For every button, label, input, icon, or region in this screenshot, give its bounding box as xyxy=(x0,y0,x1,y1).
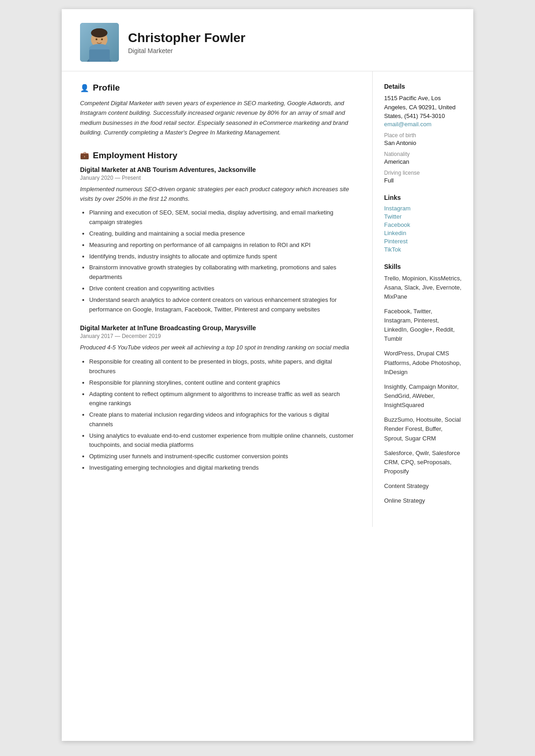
bullet-1-2: Adapting content to reflect optimum alig… xyxy=(89,390,354,409)
link-item-linkedin[interactable]: Linkedin xyxy=(384,230,462,236)
skill-group-2: WordPress, Drupal CMS Platforms, Adobe P… xyxy=(384,349,462,376)
employment-section-title: 💼 Employment History xyxy=(80,150,354,161)
left-column: 👤 Profile Competent Digital Marketer wit… xyxy=(62,71,373,527)
bullet-1-6: Investigating emerging technologies and … xyxy=(89,463,354,473)
bullet-0-4: Brainstorm innovative growth strategies … xyxy=(89,263,354,282)
place-of-birth-label: Place of birth xyxy=(384,132,462,139)
job-entry-0: Digital Marketer at ANB Tourism Adventur… xyxy=(80,166,354,315)
address: 1515 Pacific Ave, Los Angeles, CA 90291,… xyxy=(384,94,462,121)
bullet-0-6: Understand search analytics to advice co… xyxy=(89,295,354,315)
skill-group-4: BuzzSumo, Hootsuite, Social Render Fores… xyxy=(384,415,462,443)
svg-point-6 xyxy=(96,38,97,40)
links-section: Links InstagramTwitterFacebookLinkedinPi… xyxy=(384,194,462,253)
bullet-0-2: Measuring and reporting on performance o… xyxy=(89,241,354,250)
links-container: InstagramTwitterFacebookLinkedinPinteres… xyxy=(384,205,462,253)
svg-rect-9 xyxy=(89,49,110,62)
link-item-twitter[interactable]: Twitter xyxy=(384,213,462,220)
link-item-tiktok[interactable]: TikTok xyxy=(384,246,462,253)
skill-group-5: Salesforce, Qwilr, Salesforce CRM, CPQ, … xyxy=(384,449,462,476)
skill-group-1: Facebook, Twitter, Instagram, Pinterest,… xyxy=(384,307,462,344)
resume-page: Christopher Fowler Digital Marketer 👤 Pr… xyxy=(62,9,473,741)
bullet-0-1: Creating, building and maintaining a soc… xyxy=(89,229,354,239)
job-bullets-1: Responsible for creating all content to … xyxy=(80,357,354,473)
bullet-1-0: Responsible for creating all content to … xyxy=(89,357,354,376)
employment-icon: 💼 xyxy=(80,151,89,160)
job-title-1: Digital Marketer at InTune Broadcasting … xyxy=(80,324,354,332)
skill-group-0: Trello, Mopinion, KissMetrics, Asana, Sl… xyxy=(384,274,462,301)
skills-section: Skills Trello, Mopinion, KissMetrics, As… xyxy=(384,263,462,506)
skills-container: Trello, Mopinion, KissMetrics, Asana, Sl… xyxy=(384,274,462,506)
job-desc-0: Implemented numerous SEO-driven organic … xyxy=(80,185,354,204)
bullet-1-1: Responsible for planning storylines, con… xyxy=(89,378,354,388)
avatar xyxy=(80,23,119,62)
skills-title: Skills xyxy=(384,263,462,270)
nationality-value: American xyxy=(384,158,462,165)
header: Christopher Fowler Digital Marketer xyxy=(62,9,473,71)
bullet-0-3: Identifying trends, industry insights to… xyxy=(89,252,354,262)
full-name: Christopher Fowler xyxy=(128,31,246,45)
header-info: Christopher Fowler Digital Marketer xyxy=(128,31,246,54)
svg-point-7 xyxy=(101,38,103,40)
place-of-birth-value: San Antonio xyxy=(384,139,462,146)
jobs-container: Digital Marketer at ANB Tourism Adventur… xyxy=(80,166,354,473)
job-bullets-0: Planning and execution of SEO, SEM, soci… xyxy=(80,208,354,314)
details-title: Details xyxy=(384,83,462,90)
bullet-0-0: Planning and execution of SEO, SEM, soci… xyxy=(89,208,354,227)
driving-license-value: Full xyxy=(384,177,462,184)
link-item-instagram[interactable]: Instagram xyxy=(384,205,462,212)
details-section: Details 1515 Pacific Ave, Los Angeles, C… xyxy=(384,83,462,184)
driving-license-label: Driving license xyxy=(384,170,462,176)
link-item-pinterest[interactable]: Pinterest xyxy=(384,238,462,245)
bullet-1-3: Create plans to material inclusion regar… xyxy=(89,410,354,429)
job-title-0: Digital Marketer at ANB Tourism Adventur… xyxy=(80,166,354,173)
bullet-1-5: Optimizing user funnels and instrument-s… xyxy=(89,452,354,461)
job-title-header: Digital Marketer xyxy=(128,47,246,54)
job-desc-1: Produced 4-5 YouTube videos per week all… xyxy=(80,343,354,353)
skill-group-6: Content Strategy xyxy=(384,482,462,491)
job-period-1: January 2017 — December 2019 xyxy=(80,333,354,339)
bullet-1-4: Using analytics to evaluate end-to-end c… xyxy=(89,431,354,450)
bullet-0-5: Drive content creation and copywriting a… xyxy=(89,284,354,294)
links-title: Links xyxy=(384,194,462,201)
profile-section: 👤 Profile Competent Digital Marketer wit… xyxy=(80,83,354,138)
skill-group-3: Insightly, Campaign Monitor, SendGrid, A… xyxy=(384,382,462,410)
link-item-facebook[interactable]: Facebook xyxy=(384,221,462,228)
skill-group-7: Online Strategy xyxy=(384,496,462,505)
main-content: 👤 Profile Competent Digital Marketer wit… xyxy=(62,71,473,527)
right-column: Details 1515 Pacific Ave, Los Angeles, C… xyxy=(373,71,473,527)
svg-point-5 xyxy=(92,28,107,36)
nationality-label: Nationality xyxy=(384,151,462,157)
employment-section: 💼 Employment History Digital Marketer at… xyxy=(80,150,354,473)
job-entry-1: Digital Marketer at InTune Broadcasting … xyxy=(80,324,354,473)
profile-section-title: 👤 Profile xyxy=(80,83,354,93)
profile-icon: 👤 xyxy=(80,84,89,92)
email: email@email.com xyxy=(384,121,462,128)
profile-text: Competent Digital Marketer with seven ye… xyxy=(80,98,354,138)
job-period-0: January 2020 — Present xyxy=(80,175,354,181)
